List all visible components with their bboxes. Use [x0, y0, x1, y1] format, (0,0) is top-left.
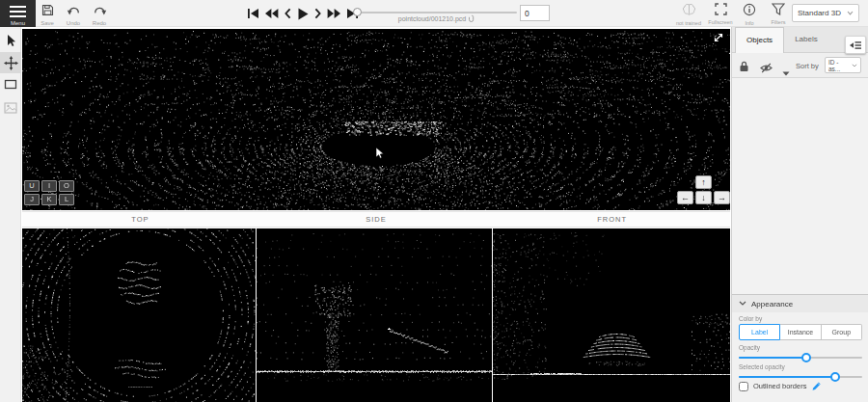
right-panel: Objects Labels Sort by ID - as... Appear…	[731, 27, 868, 402]
pan-left-button[interactable]: ←	[677, 191, 693, 204]
frame-number-input[interactable]	[520, 5, 550, 21]
color-by-segmented-control: Label Instance Group	[739, 324, 862, 340]
top-view-label: TOP	[22, 212, 258, 227]
pan-up-button[interactable]: ↑	[695, 175, 712, 189]
redo-button[interactable]: Redo	[87, 1, 112, 26]
hamburger-icon	[10, 6, 26, 20]
key-j-button[interactable]: J	[24, 194, 40, 205]
fullscreen-button[interactable]: Fullscreen	[705, 1, 736, 26]
view-label-bar: TOP SIDE FRONT	[22, 211, 730, 228]
box-tool-button[interactable]	[0, 75, 21, 96]
edit-pen-icon[interactable]	[811, 381, 822, 391]
pan-right-button[interactable]: →	[714, 191, 730, 204]
key-i-button[interactable]: I	[41, 180, 57, 192]
tab-objects[interactable]: Objects	[735, 27, 784, 53]
save-button[interactable]: Save	[35, 1, 60, 26]
outlined-borders-label: Outlined borders	[753, 382, 806, 390]
info-label: Info	[734, 20, 765, 26]
selected-opacity-handle[interactable]	[830, 372, 840, 382]
sort-value: ID - as...	[828, 59, 852, 72]
view-mode-dropdown[interactable]: Standard 3D	[792, 4, 859, 22]
side-view-canvas[interactable]	[257, 228, 492, 402]
top-view-canvas[interactable]	[22, 228, 256, 402]
opacity-label: Opacity	[739, 344, 760, 351]
object-list-toolbar: Sort by ID - as...	[732, 53, 868, 78]
expand-view-icon[interactable]	[713, 32, 724, 43]
key-u-button[interactable]: U	[24, 180, 40, 192]
attachment-icon	[468, 14, 475, 22]
sort-by-label: Sort by	[796, 62, 819, 70]
app-window: Menu Save Undo Redo pointcloud/001210.pc…	[0, 0, 868, 402]
key-k-button[interactable]: K	[41, 194, 57, 205]
redo-icon	[93, 4, 107, 16]
save-label: Save	[35, 20, 60, 26]
play-button[interactable]	[297, 8, 309, 20]
left-toolbar	[0, 27, 21, 402]
appearance-title: Appearance	[751, 300, 793, 308]
filters-label: Filters	[763, 19, 794, 25]
previous-frame-button[interactable]	[284, 8, 292, 19]
main-3d-canvas[interactable]	[22, 29, 730, 210]
move-tool-button[interactable]	[0, 52, 21, 73]
info-button[interactable]: Info	[734, 1, 765, 26]
color-by-option[interactable]: Instance	[780, 324, 821, 340]
selected-opacity-label: Selected opacity	[739, 363, 785, 370]
view-mode-value: Standard 3D	[798, 9, 841, 17]
fast-forward-button[interactable]	[327, 8, 341, 19]
fullscreen-label: Fullscreen	[705, 19, 736, 25]
image-tool-button[interactable]	[0, 98, 21, 120]
undo-label: Undo	[61, 20, 86, 26]
timeline-slider[interactable]	[357, 12, 517, 13]
appearance-section-header[interactable]: Appearance	[732, 294, 868, 312]
pan-down-button[interactable]: ↓	[695, 191, 712, 204]
eye-off-icon[interactable]	[760, 60, 773, 77]
color-by-option[interactable]: Label	[739, 324, 780, 340]
object-list-empty	[732, 78, 868, 294]
not-trained-button[interactable]: not trained	[673, 1, 704, 26]
front-view-canvas[interactable]	[493, 228, 730, 402]
color-by-label: Color by	[739, 315, 762, 322]
rectangle-icon	[4, 79, 17, 90]
opacity-slider[interactable]	[739, 353, 862, 362]
fullscreen-icon	[715, 3, 727, 15]
key-l-button[interactable]: L	[59, 194, 74, 205]
panel-collapse-button[interactable]	[845, 36, 866, 54]
filters-button[interactable]: Filters	[763, 1, 794, 26]
lock-icon[interactable]	[739, 59, 749, 76]
move-icon	[4, 56, 18, 70]
fast-backward-button[interactable]	[264, 8, 279, 19]
skip-start-button[interactable]	[247, 8, 259, 19]
chevron-down-icon	[847, 11, 854, 15]
next-frame-button[interactable]	[313, 8, 322, 19]
outlined-borders-checkbox[interactable]	[739, 382, 748, 391]
collapse-chevron-icon	[739, 301, 746, 306]
save-icon	[41, 4, 54, 16]
list-collapse-icon	[849, 40, 862, 51]
not-trained-label: not trained	[673, 20, 704, 26]
opacity-handle[interactable]	[801, 353, 811, 362]
image-icon	[4, 102, 17, 114]
side-view-label: SIDE	[258, 212, 495, 227]
info-icon	[743, 3, 756, 16]
chevron-down-icon	[852, 64, 857, 67]
redo-label: Redo	[87, 20, 112, 26]
filename-label: pointcloud/001210.pcd	[343, 14, 530, 22]
filter-funnel-icon	[772, 3, 785, 15]
undo-icon	[67, 4, 81, 16]
menu-button[interactable]: Menu	[0, 0, 36, 27]
color-by-option[interactable]: Group	[822, 324, 862, 340]
select-tool-button[interactable]	[0, 30, 21, 51]
tab-labels[interactable]: Labels	[784, 27, 828, 53]
playback-controls	[247, 0, 359, 27]
key-o-button[interactable]: O	[59, 180, 74, 192]
menu-label: Menu	[0, 20, 36, 26]
cursor-icon	[5, 34, 16, 47]
outlined-borders-row: Outlined borders	[739, 381, 822, 391]
sort-dropdown[interactable]: ID - as...	[825, 57, 861, 73]
main-3d-viewport[interactable]: U I O J K L ↑ ← ↓ →	[22, 29, 730, 210]
brain-icon	[681, 3, 697, 16]
front-view-label: FRONT	[494, 212, 730, 227]
undo-button[interactable]: Undo	[61, 1, 86, 26]
